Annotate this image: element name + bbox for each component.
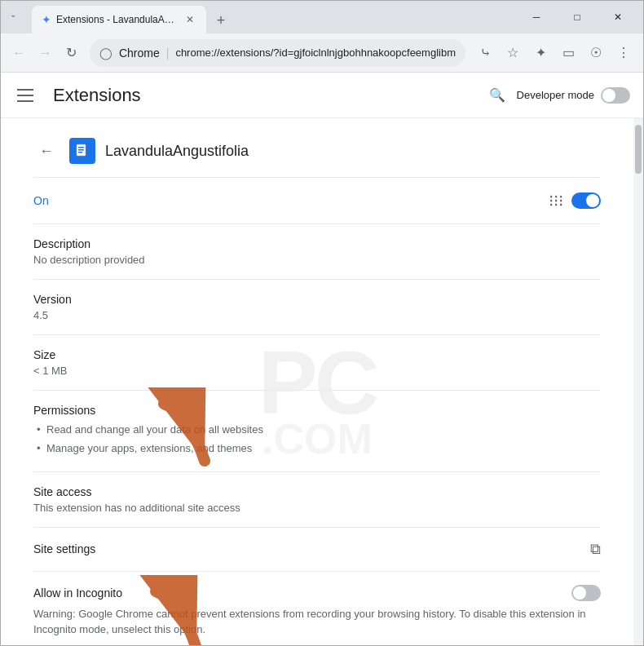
address-bar[interactable]: ◯ Chrome | chrome://extensions/?id=gjfoi… (90, 39, 465, 67)
svg-rect-3 (78, 149, 84, 151)
extension-button[interactable]: ✦ (527, 40, 554, 66)
tab-close-button[interactable]: ✕ (183, 13, 196, 26)
developer-mode-area: 🔍 Developer mode (484, 82, 630, 108)
minimize-button[interactable]: ─ (518, 4, 555, 30)
grid-icon[interactable]: ⁝⁝⁝ (549, 191, 563, 210)
new-tab-button[interactable]: + (210, 9, 232, 32)
lock-icon: ◯ (99, 46, 112, 60)
address-separator: | (166, 46, 170, 60)
menu-button[interactable]: ⋮ (611, 40, 637, 66)
hamburger-menu[interactable] (14, 82, 40, 108)
tab-title: Extensions - LavandulaAngustifol... (56, 14, 179, 25)
chrome-brand-label: Chrome (119, 46, 160, 60)
version-label: Version (33, 293, 601, 306)
description-value: No description provided (33, 254, 601, 266)
permissions-row: Permissions Read and change all your dat… (33, 391, 601, 472)
developer-mode-toggle[interactable] (601, 87, 630, 104)
svg-rect-2 (78, 147, 84, 148)
content-area: PC .COM ← LavandulaAngus (1, 118, 643, 645)
allow-incognito-toggle[interactable] (571, 585, 601, 601)
hamburger-line-1 (17, 89, 33, 91)
title-bar: ⌄ ✦ Extensions - LavandulaAngustifol... … (1, 1, 643, 33)
tab-area: ✦ Extensions - LavandulaAngustifol... ✕ … (25, 1, 511, 33)
on-label: On (33, 194, 49, 207)
profile-button[interactable]: ☉ (583, 40, 609, 66)
document-icon (75, 144, 90, 158)
tab-scroll-chevron[interactable]: ⌄ (1, 1, 25, 27)
maximize-button[interactable]: □ (558, 4, 596, 30)
close-button[interactable]: ✕ (599, 4, 637, 30)
size-value: < 1 MB (33, 365, 601, 377)
window-controls: ─ □ ✕ (511, 1, 643, 33)
extensions-header: Extensions 🔍 Developer mode (1, 73, 643, 118)
forward-button[interactable]: → (33, 40, 56, 66)
site-access-label: Site access (33, 485, 601, 498)
allow-incognito-row: Allow in Incognito Warning: Google Chrom… (33, 572, 601, 645)
extension-enable-toggle[interactable] (571, 192, 601, 209)
active-tab[interactable]: ✦ Extensions - LavandulaAngustifol... ✕ (32, 6, 206, 33)
site-settings-label: Site settings (33, 542, 95, 555)
site-access-value: This extension has no additional site ac… (33, 502, 601, 514)
extension-name: LavandulaAngustifolia (105, 143, 249, 160)
scrollbar-thumb[interactable] (635, 125, 642, 174)
search-button[interactable]: 🔍 (484, 82, 510, 108)
permission-item-1: Read and change all your data on all web… (33, 420, 601, 439)
extensions-title: Extensions (53, 85, 471, 106)
back-to-extensions-button[interactable]: ← (33, 138, 60, 164)
external-link-icon: ⧉ (590, 541, 601, 558)
browser-window: ⌄ ✦ Extensions - LavandulaAngustifol... … (0, 0, 644, 646)
address-text: chrome://extensions/?id=gjfoiclnlnjgbohh… (175, 46, 456, 59)
nav-icon-group: ⤷ ☆ ✦ ▭ ☉ ⋮ (472, 40, 637, 66)
version-row: Version 4.5 (33, 280, 601, 335)
on-right-controls: ⁝⁝⁝ (549, 191, 601, 210)
permission-item-2: Manage your apps, extensions, and themes (33, 439, 601, 458)
hamburger-line-2 (17, 95, 33, 96)
permissions-list: Read and change all your data on all web… (33, 420, 601, 458)
description-row: Description No description provided (33, 224, 601, 280)
share-button[interactable]: ⤷ (472, 40, 498, 66)
size-label: Size (33, 348, 601, 361)
allow-incognito-label: Allow in Incognito (33, 586, 122, 600)
tab-strip-button[interactable]: ▭ (555, 40, 581, 66)
extension-detail: ← LavandulaAngustifolia On (1, 118, 633, 645)
tab-extension-icon: ✦ (42, 13, 51, 26)
developer-mode-label: Developer mode (517, 89, 594, 101)
back-button[interactable]: ← (7, 40, 30, 66)
permissions-label: Permissions (33, 404, 601, 417)
hamburger-line-3 (17, 100, 33, 102)
on-status-row: On ⁝⁝⁝ (33, 178, 601, 224)
site-access-row: Site access This extension has no additi… (33, 472, 601, 528)
bookmark-button[interactable]: ☆ (500, 40, 526, 66)
svg-rect-4 (78, 152, 82, 153)
description-label: Description (33, 237, 601, 250)
extension-app-icon (69, 138, 95, 164)
allow-incognito-warning: Warning: Google Chrome cannot prevent ex… (33, 606, 601, 638)
size-row: Size < 1 MB (33, 335, 601, 391)
main-content: PC .COM ← LavandulaAngus (1, 118, 633, 645)
site-settings-row[interactable]: Site settings ⧉ (33, 528, 601, 572)
refresh-button[interactable]: ↻ (60, 40, 83, 66)
nav-bar: ← → ↻ ◯ Chrome | chrome://extensions/?id… (1, 33, 643, 73)
extension-name-row: ← LavandulaAngustifolia (33, 118, 601, 178)
scrollbar[interactable] (633, 118, 643, 645)
allow-incognito-header: Allow in Incognito (33, 585, 601, 601)
version-value: 4.5 (33, 309, 601, 321)
